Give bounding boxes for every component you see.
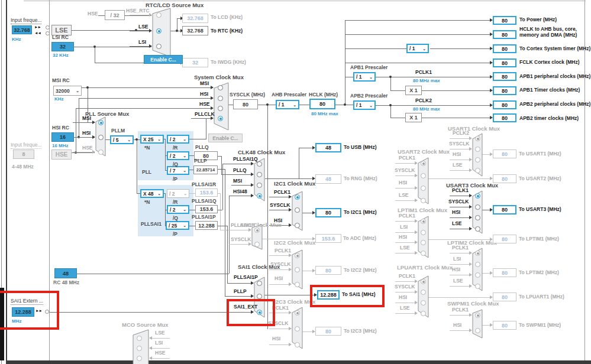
apb1-timer-multiplier-value: X 1 bbox=[405, 86, 422, 95]
pllsai1n-dropdown[interactable]: X 48⌄ bbox=[140, 189, 164, 198]
usart1-clock-mux-input-sysclk-radio bbox=[475, 147, 480, 152]
usart2-clock-mux-input-lse-label: LSE bbox=[399, 193, 409, 199]
plln-dropdown[interactable]: X 25⌄ bbox=[140, 135, 164, 144]
mco-source-mux-input-hse-label: HSE bbox=[155, 350, 165, 356]
connector-line bbox=[482, 210, 490, 210]
ahb-prescaler-dropdown[interactable]: / 1⌄ bbox=[276, 100, 299, 109]
lpuart1-clock-mux-input-sysclk-label: SYSCLK bbox=[395, 284, 415, 290]
apb2-timer-value[interactable]: 80 bbox=[493, 113, 516, 122]
cortex-prescaler-dropdown[interactable]: / 1⌄ bbox=[406, 44, 429, 53]
label-khz: KHz bbox=[54, 96, 64, 102]
pll-source-mux-input-msi-radio[interactable] bbox=[98, 120, 104, 125]
arrowhead bbox=[149, 29, 152, 32]
to-rtc-label: To RTC (KHz) bbox=[211, 28, 243, 34]
hclk-value-value[interactable]: 80 bbox=[309, 99, 335, 109]
sai1-clock-mux-input-pllp-label: PLLP bbox=[234, 289, 247, 295]
rtc-lcd-source-mux-input-lse-label: LSE bbox=[138, 24, 148, 30]
arrowhead bbox=[469, 205, 472, 209]
pllp-dropdown-value: / 7 bbox=[170, 168, 175, 174]
usart3-clock-mux-input-lse-label: LSE bbox=[452, 221, 462, 227]
enable-css-rtc-button[interactable]: Enable C... bbox=[144, 55, 183, 64]
connector-line bbox=[137, 139, 137, 193]
clk48-clock-mux-input-pllq-radio[interactable] bbox=[257, 172, 262, 177]
lsi-rc-frequency-value[interactable]: 32 bbox=[51, 42, 74, 51]
usart3-clock-mux-input-pclk1-radio[interactable] bbox=[475, 193, 480, 199]
usart3-clock-mux-input-hsi-label: HSI bbox=[452, 210, 460, 216]
lptim1-clock-mux-input-hsi-label: HSI bbox=[399, 235, 407, 240]
msi-rc-dropdown[interactable]: 32000⌄ bbox=[53, 86, 82, 96]
hsi-rc-frequency-value[interactable]: 16 bbox=[51, 132, 74, 142]
pllp-dropdown[interactable]: / 7⌄ bbox=[167, 166, 189, 175]
apb2-timer-multiplier-value: X 1 bbox=[405, 113, 422, 122]
rtc-lcd-source-mux-input-lsi-radio[interactable] bbox=[156, 44, 162, 49]
label-pllq: PLLQ bbox=[195, 145, 209, 151]
connector-line bbox=[345, 48, 406, 49]
connector-line bbox=[299, 148, 313, 148]
label-input-freque-: Input freque... bbox=[11, 142, 41, 149]
arrowhead bbox=[289, 282, 292, 286]
arrowhead bbox=[469, 147, 472, 151]
connector-line bbox=[218, 226, 227, 226]
i2c1-clock-mux-input-sysclk-radio[interactable] bbox=[295, 207, 300, 213]
connector-line bbox=[450, 264, 470, 265]
highlight-rect bbox=[227, 299, 275, 326]
apb2-prescaler-dropdown[interactable]: / 1⌄ bbox=[353, 100, 376, 110]
to-cortex-timer-value[interactable]: 80 bbox=[493, 44, 516, 53]
pllq-dropdown[interactable]: / 2⌄ bbox=[167, 151, 189, 160]
system-clock-mux-input-msi-radio[interactable] bbox=[218, 85, 223, 90]
apb1-peripheral-value[interactable]: 80 bbox=[493, 72, 516, 81]
sai1-clock-mux-input-pllsai1p-radio[interactable] bbox=[257, 281, 262, 286]
hclk-ahb-value[interactable]: 80 bbox=[493, 30, 516, 39]
rtc-lcd-source-mux-input-lse-radio[interactable] bbox=[156, 28, 162, 34]
connector-line bbox=[345, 77, 353, 77]
usart3-clock-mux-input-lse-radio[interactable] bbox=[475, 226, 480, 232]
system-clock-mux-input-hsi-radio[interactable] bbox=[218, 96, 223, 101]
to-usb-value[interactable]: 48 bbox=[315, 143, 341, 152]
label--p: /P bbox=[173, 177, 177, 183]
to-power-value[interactable]: 80 bbox=[493, 16, 516, 25]
label-pll: PLL bbox=[142, 170, 151, 176]
highlight-rect bbox=[310, 285, 385, 307]
pllsai1p-dropdown[interactable]: / 25⌄ bbox=[166, 221, 189, 230]
lpuart1-clock-mux-input-hsi-label: HSI bbox=[399, 295, 407, 301]
arrowhead bbox=[149, 356, 152, 360]
apb2-peripheral-value[interactable]: 80 bbox=[493, 100, 516, 109]
i2c2-clock-mux-input-pclk1-label: PCLK1 bbox=[274, 248, 291, 254]
fclk-cortex-value[interactable]: 80 bbox=[493, 58, 516, 67]
system-clock-mux-input-hse-radio[interactable] bbox=[218, 106, 223, 111]
lse-input-frequency-value[interactable]: 32.768 bbox=[12, 25, 32, 34]
pllr-dropdown[interactable]: / 2⌄ bbox=[167, 135, 189, 144]
i2c1-clock-mux-input-pclk1-radio[interactable] bbox=[295, 194, 300, 200]
label--n: *N bbox=[144, 145, 150, 151]
usart3-clock-mux-input-sysclk-radio[interactable] bbox=[475, 204, 480, 210]
chevron-down-icon: ⌄ bbox=[369, 75, 373, 79]
hsi48-rc-frequency-value[interactable]: 48 bbox=[54, 268, 77, 278]
i2c1-clock-mux-title: I2C1 Clock Mux bbox=[274, 181, 315, 187]
connector-line bbox=[482, 154, 490, 155]
to-usart3-value[interactable]: 80 bbox=[493, 205, 516, 214]
label-pclk2: PCLK2 bbox=[415, 98, 432, 104]
pllsai1p-dropdown-value: / 25 bbox=[169, 223, 177, 229]
usart3-clock-mux-input-hsi-radio[interactable] bbox=[475, 215, 480, 220]
pllsai1q-dropdown[interactable]: / 2⌄ bbox=[167, 205, 189, 214]
connector-line bbox=[191, 98, 211, 99]
connector-line bbox=[229, 196, 230, 274]
connector-line bbox=[299, 148, 299, 178]
apb1-timer-value[interactable]: 80 bbox=[493, 86, 516, 95]
connector-line bbox=[231, 296, 251, 297]
sai1-clock-mux-input-pllp-radio[interactable] bbox=[257, 294, 262, 299]
connector-line bbox=[302, 271, 313, 271]
system-clock-mux-input-pllclk-radio[interactable] bbox=[218, 116, 223, 121]
apb1-prescaler-dropdown[interactable]: / 1⌄ bbox=[353, 72, 376, 82]
to-i2c1-value[interactable]: 80 bbox=[315, 208, 341, 217]
pllm-dropdown[interactable]: / 5⌄ bbox=[110, 135, 134, 144]
pll-source-mux-input-hsi-radio[interactable] bbox=[98, 135, 104, 140]
to-i2c3-label: To I2C3 (MHz) bbox=[344, 329, 377, 334]
connector-line bbox=[189, 210, 195, 210]
clk48-clock-mux-input-hsi48-radio[interactable] bbox=[257, 193, 262, 199]
i2c1-clock-mux-input-hsi-radio[interactable] bbox=[295, 223, 300, 228]
connector-line bbox=[395, 221, 415, 222]
connector-line bbox=[395, 200, 415, 201]
usart2-clock-mux-input-sysclk-label: SYSCLK bbox=[395, 168, 415, 174]
clk48-clock-mux-input-msi-radio[interactable] bbox=[257, 183, 262, 188]
